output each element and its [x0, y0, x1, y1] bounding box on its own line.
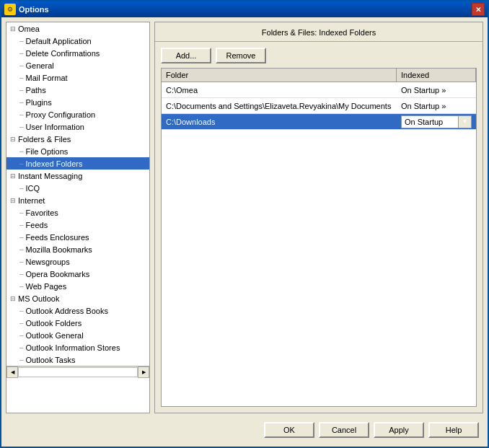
column-header-indexed: Indexed	[397, 69, 476, 82]
table-row[interactable]: C:\Downloads On Startup ▼	[162, 114, 476, 130]
sidebar-item-feeds[interactable]: – Feeds	[6, 219, 149, 231]
add-button[interactable]: Add...	[161, 48, 211, 63]
indexed-cell-dropdown[interactable]: On Startup ▼	[397, 114, 476, 130]
tree-item-omea[interactable]: ⊟ Omea	[6, 22, 149, 35]
options-window: ⚙ Options ✕ ⊟ Omea – Default Application	[0, 0, 489, 448]
folder-cell: C:\Documents and Settings\Elizaveta.Revy…	[162, 100, 397, 112]
sidebar-item-plugins[interactable]: – Plugins	[6, 96, 149, 108]
sidebar-item-mail-format[interactable]: – Mail Format	[6, 71, 149, 84]
sidebar-item-mozilla-bookmarks[interactable]: – Mozilla Bookmarks	[6, 243, 149, 255]
folder-cell: C:\Downloads	[162, 116, 397, 128]
tree-item-folders-files[interactable]: ⊟ Folders & Files	[6, 133, 149, 145]
tree-item-instant-messaging[interactable]: ⊟ Instant Messaging	[6, 170, 149, 182]
sidebar-item-outlook-information-stores[interactable]: – Outlook Information Stores	[6, 341, 149, 353]
sidebar-item-favorites[interactable]: – Favorites	[6, 206, 149, 219]
expand-icon-im[interactable]: ⊟	[8, 170, 18, 182]
remove-button[interactable]: Remove	[216, 48, 266, 63]
sidebar-item-feeds-enclosures[interactable]: – Feeds Enclosures	[6, 231, 149, 243]
sidebar-item-paths[interactable]: – Paths	[6, 84, 149, 96]
table-row[interactable]: C:\Documents and Settings\Elizaveta.Revy…	[162, 98, 476, 114]
tree-item-ms-outlook[interactable]: ⊟ MS Outlook	[6, 292, 149, 304]
action-buttons: Add... Remove	[161, 48, 477, 63]
sidebar-item-proxy-configuration[interactable]: – Proxy Configuration	[6, 108, 149, 120]
expand-icon-omea[interactable]: ⊟	[8, 22, 18, 35]
sidebar-item-newsgroups[interactable]: – Newsgroups	[6, 255, 149, 268]
sidebar-item-general[interactable]: – General	[6, 59, 149, 71]
folder-cell: C:\Omea	[162, 84, 397, 96]
window-icon: ⚙	[4, 4, 16, 15]
scroll-track[interactable]	[18, 367, 138, 377]
sidebar-item-user-information[interactable]: – User Information	[6, 120, 149, 133]
sidebar-item-file-options[interactable]: – File Options	[6, 145, 149, 157]
apply-button[interactable]: Apply	[374, 422, 424, 438]
sidebar-item-indexed-folders[interactable]: – Indexed Folders	[6, 157, 149, 170]
column-header-folder: Folder	[162, 69, 397, 82]
main-area: ⊟ Omea – Default Application – Delete Co…	[6, 22, 483, 413]
tree-panel[interactable]: ⊟ Omea – Default Application – Delete Co…	[6, 22, 150, 413]
tree-content: ⊟ Omea – Default Application – Delete Co…	[6, 22, 149, 366]
scroll-left-button[interactable]: ◀	[6, 366, 18, 378]
dropdown-value: On Startup	[402, 118, 458, 126]
indexed-cell: On Startup »	[397, 100, 476, 112]
window-content: ⊟ Omea – Default Application – Delete Co…	[1, 17, 488, 447]
table-row[interactable]: C:\Omea On Startup »	[162, 82, 476, 98]
sidebar-item-opera-bookmarks[interactable]: – Opera Bookmarks	[6, 268, 149, 280]
sidebar-item-outlook-general[interactable]: – Outlook General	[6, 329, 149, 341]
expand-icon-ms-outlook[interactable]: ⊟	[8, 292, 18, 304]
close-button[interactable]: ✕	[472, 3, 485, 16]
indexed-cell: On Startup »	[397, 84, 476, 96]
table-header: Folder Indexed	[162, 69, 476, 82]
sidebar-item-delete-confirmations[interactable]: – Delete Confirmations	[6, 47, 149, 59]
scroll-right-button[interactable]: ▶	[138, 366, 149, 378]
right-panel-header: Folders & Files: Indexed Folders	[155, 22, 483, 42]
dropdown-arrow-icon[interactable]: ▼	[458, 116, 471, 128]
footer: OK Cancel Apply Help	[6, 418, 483, 442]
ok-button[interactable]: OK	[264, 422, 314, 438]
expand-icon-internet[interactable]: ⊟	[8, 194, 18, 206]
cancel-button[interactable]: Cancel	[319, 422, 369, 438]
tree-horizontal-scrollbar[interactable]: ◀ ▶	[6, 366, 149, 377]
right-panel-body: Add... Remove Folder Indexed C:\Omea	[155, 42, 483, 413]
help-button[interactable]: Help	[428, 422, 479, 438]
window-title: Options	[19, 5, 469, 14]
sidebar-item-outlook-tasks[interactable]: – Outlook Tasks	[6, 353, 149, 366]
on-startup-dropdown[interactable]: On Startup ▼	[401, 115, 472, 128]
sidebar-item-outlook-address-books[interactable]: – Outlook Address Books	[6, 304, 149, 317]
right-panel: Folders & Files: Indexed Folders Add... …	[154, 22, 483, 413]
sidebar-item-web-pages[interactable]: – Web Pages	[6, 280, 149, 292]
table-body: C:\Omea On Startup » C:\Documents and Se…	[162, 82, 476, 406]
sidebar-item-icq[interactable]: – ICQ	[6, 182, 149, 194]
folder-table: Folder Indexed C:\Omea On Startup » C	[161, 68, 477, 407]
title-bar: ⚙ Options ✕	[1, 1, 488, 17]
sidebar-item-outlook-folders[interactable]: – Outlook Folders	[6, 317, 149, 329]
sidebar-item-default-application[interactable]: – Default Application	[6, 35, 149, 47]
tree-item-internet[interactable]: ⊟ Internet	[6, 194, 149, 206]
expand-icon-folders-files[interactable]: ⊟	[8, 133, 18, 145]
